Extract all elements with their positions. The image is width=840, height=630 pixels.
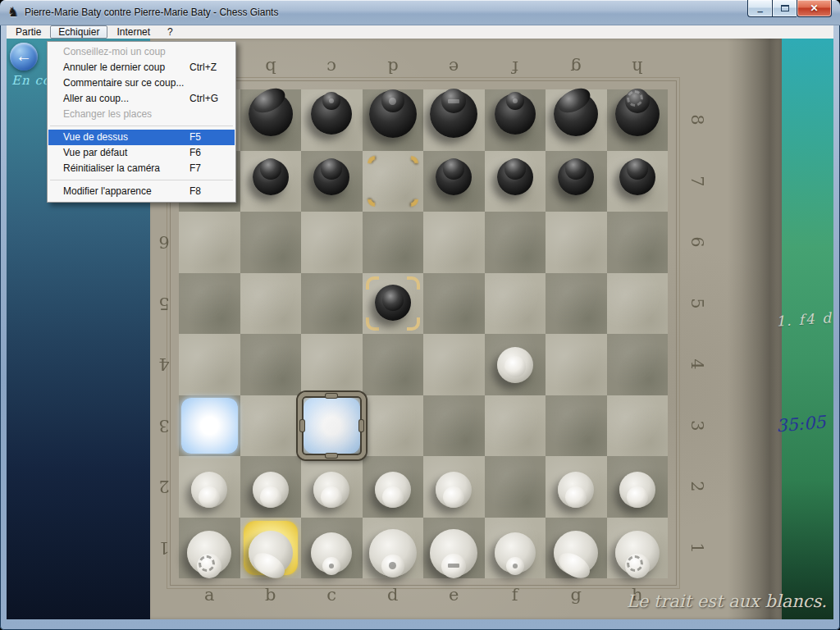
piece-white-bishop-f1[interactable] [495,532,536,573]
piece-white-pawn-e2[interactable] [436,472,472,508]
piece-black-bishop-f8[interactable] [495,94,536,135]
square-e4[interactable] [423,334,485,395]
rank-label-3-left: 3 [152,415,176,436]
piece-black-pawn-g7[interactable] [558,159,594,195]
menu-bar: PartieEchiquierInternet? [7,25,833,39]
piece-black-queen-d8[interactable] [369,90,417,138]
square-c4[interactable] [301,334,363,395]
menu-item-annuler-le-dernier-coup[interactable]: Annuler le dernier coupCtrl+Z [48,60,235,75]
menu-item-aller-au-coup[interactable]: Aller au coup...Ctrl+G [48,91,235,107]
square-b5[interactable] [240,273,302,335]
rank-label-7-right: 7 [687,169,708,194]
menu-item-vue-par-d-faut[interactable]: Vue par défautF6 [48,145,235,161]
piece-white-pawn-g2[interactable] [558,472,594,508]
piece-black-knight-g8[interactable] [554,92,598,136]
square-b6[interactable] [240,212,302,273]
pawn-head [443,486,464,508]
file-label-b-bottom: b [258,584,283,605]
piece-white-rook-a1[interactable] [187,531,231,575]
square-b4[interactable] [240,334,302,395]
piece-black-pawn-b7[interactable] [253,159,289,195]
menu-item-label: Vue par défaut [63,147,127,158]
back-button[interactable]: ← [10,43,38,71]
square-g5[interactable] [546,273,607,335]
menu-item-shortcut: F7 [189,161,201,176]
bishop-finial [329,564,334,568]
menu-item-label: Réinitialiser la caméra [63,162,160,174]
rook-crenellation [199,555,215,572]
title-bar[interactable]: ♞ Pierre-Marie Baty contre Pierre-Marie … [0,0,840,25]
menu-item-shortcut: F5 [189,130,201,145]
square-f5[interactable] [485,273,546,335]
piece-white-pawn-h2[interactable] [619,472,655,508]
menu-item-vue-de-dessus[interactable]: Vue de dessusF5 [48,130,235,145]
piece-white-pawn-c2[interactable] [313,472,349,508]
rook-crenellation [627,555,643,572]
square-f2[interactable] [485,456,546,518]
square-g3[interactable] [546,395,607,457]
piece-black-pawn-c7[interactable] [313,159,349,195]
piece-white-knight-g1[interactable] [554,531,598,575]
square-h4[interactable] [607,334,669,395]
menu-item-r-initialiser-la-cam-ra[interactable]: Réinitialiser la caméraF7 [48,161,235,176]
square-h5[interactable] [607,273,669,335]
cursor-frame-c3 [298,392,366,460]
square-e3[interactable] [423,395,485,457]
menu-item-modifier-l-apparence[interactable]: Modifier l'apparenceF8 [48,184,235,199]
menubar-item-partie[interactable]: Partie [7,25,49,39]
piece-white-king-e1[interactable] [430,529,477,577]
square-d6[interactable] [363,212,424,273]
square-e6[interactable] [423,212,485,273]
square-c6[interactable] [301,212,363,273]
square-b3[interactable] [240,395,302,457]
square-h3[interactable] [607,395,669,457]
square-d3[interactable] [363,395,424,457]
piece-white-rook-h1[interactable] [615,531,660,575]
menubar-item-?[interactable]: ? [159,25,181,39]
piece-black-knight-b8[interactable] [249,92,293,136]
square-f3[interactable] [485,395,546,457]
file-label-c-top: c [319,57,344,78]
menubar-item-echiquier[interactable]: Echiquier [50,25,107,39]
square-h6[interactable] [607,212,669,273]
square-g6[interactable] [546,212,607,273]
close-button[interactable]: ✕ [797,0,832,17]
rank-label-2-right: 2 [687,474,708,499]
square-f6[interactable] [485,212,546,273]
file-label-g-bottom: g [564,584,588,605]
piece-black-king-e8[interactable] [430,90,477,138]
pawn-head [382,486,404,508]
piece-white-pawn-f4[interactable] [497,347,533,383]
square-a4[interactable] [179,334,240,395]
piece-white-pawn-d2[interactable] [375,472,411,508]
piece-black-pawn-h7[interactable] [619,159,655,195]
piece-black-pawn-e7[interactable] [436,159,472,195]
square-a5[interactable] [179,273,240,335]
piece-white-pawn-a2[interactable] [191,472,227,508]
piece-white-queen-d1[interactable] [369,529,417,577]
maximize-button[interactable] [772,0,797,17]
square-g4[interactable] [546,334,607,395]
square-a6[interactable] [179,212,240,273]
piece-white-pawn-b2[interactable] [253,472,289,508]
square-e5[interactable] [423,273,485,335]
menubar-item-internet[interactable]: Internet [108,25,158,39]
piece-black-pawn-d5[interactable] [375,285,411,321]
square-c5[interactable] [301,273,363,335]
piece-black-bishop-c8[interactable] [311,94,352,135]
pawn-head [260,158,281,180]
rank-label-6-right: 6 [687,230,708,254]
menu-item-commentaire-sur-ce-coup[interactable]: Commentaire sur ce coup... [48,75,235,91]
piece-white-bishop-c1[interactable] [311,532,352,573]
piece-black-rook-h8[interactable] [615,92,660,136]
square-d4[interactable] [363,334,424,395]
frame-ornament [300,420,304,431]
turn-status: Le trait est aux blancs. [627,591,827,611]
rook-crenellation [627,90,643,107]
window-title: Pierre-Marie Baty contre Pierre-Marie Ba… [25,7,278,18]
piece-white-knight-b1[interactable] [249,531,293,575]
menu-item-label: Commentaire sur ce coup... [63,77,184,89]
king-cross [448,564,459,568]
minimize-button[interactable]: – [747,0,772,17]
piece-black-pawn-f7[interactable] [497,159,533,195]
